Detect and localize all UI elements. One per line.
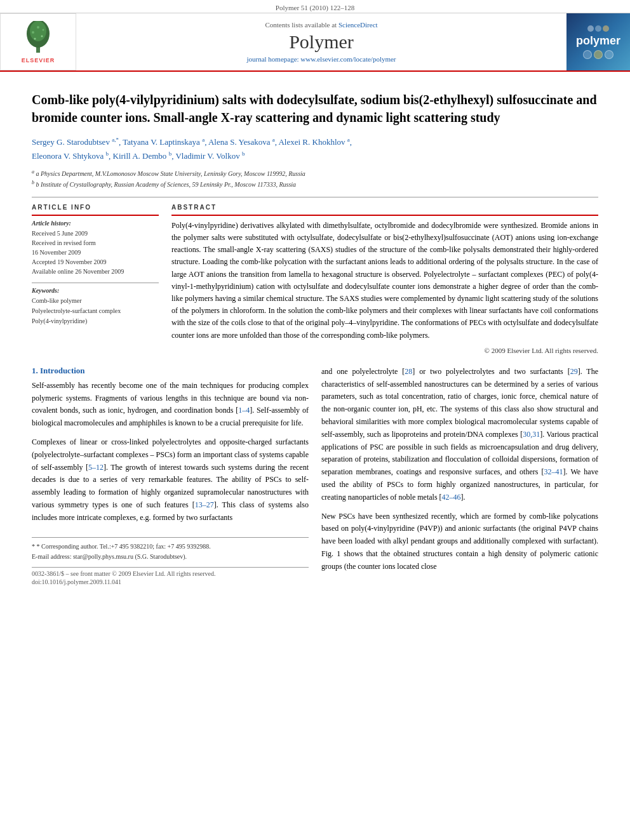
author-yesakova: Alena S. Yesakova a: [208, 137, 275, 147]
svg-point-6: [34, 37, 36, 39]
article-title: Comb-like poly(4-vilylpyridinium) salts …: [32, 91, 598, 126]
journal-citation: Polymer 51 (2010) 122–128: [276, 4, 354, 11]
authors-line: Sergey G. Starodubtsev a,*, Tatyana V. L…: [32, 135, 598, 163]
polymer-logo-text: polymer: [576, 34, 620, 48]
footer-footnotes: * * Corresponding author. Tel.:+7 495 93…: [32, 537, 309, 562]
ref-5-12[interactable]: 5–12: [88, 463, 104, 472]
journal-header: ELSEVIER Contents lists available at Sci…: [0, 13, 630, 72]
body-para-2: Complexes of linear or cross-linked poly…: [32, 436, 309, 524]
abstract-section: Poly(4-vinylpyridine) derivatives alkyla…: [171, 215, 598, 354]
body-two-col: 1. Introduction Self-assembly has recent…: [32, 366, 598, 585]
page-wrapper: Polymer 51 (2010) 122–128 ELSEVIER: [0, 0, 630, 840]
affiliation-a: a a Physics Department, M.V.Lomonosov Mo…: [32, 168, 598, 178]
body-para-1: Self-assembly has recently become one of…: [32, 380, 309, 430]
svg-point-3: [32, 31, 34, 34]
author-starodubtsev: Sergey G. Starodubtsev a,*: [32, 137, 119, 147]
received-revised: Received in revised form16 November 2009: [32, 238, 159, 257]
sciencedirect-link[interactable]: ScienceDirect: [338, 21, 378, 29]
journal-name: Polymer: [289, 31, 354, 53]
keywords-section: Keywords: Comb-like polymer Polyelectrol…: [32, 283, 159, 326]
keyword-3: Poly(4-vinylpyridine): [32, 316, 159, 326]
author-laptinskaya: Tatyana V. Laptinskaya a: [123, 137, 204, 147]
svg-point-7: [41, 35, 43, 37]
history-label: Article history:: [32, 220, 159, 227]
email-note: E-mail address: star@polly.phys.msu.ru (…: [32, 552, 309, 562]
doi-text: doi:10.1016/j.polymer.2009.11.041: [32, 578, 309, 585]
abstract-heading: ABSTRACT: [171, 204, 598, 211]
sciencedirect-bar: Contents lists available at ScienceDirec…: [265, 21, 377, 29]
body-left-col: 1. Introduction Self-assembly has recent…: [32, 366, 309, 585]
ref-30-31[interactable]: 30,31: [523, 430, 540, 439]
header-separator: [32, 197, 598, 197]
received-date: Received 5 June 2009: [32, 229, 159, 238]
article-info-heading: ARTICLE INFO: [32, 204, 159, 211]
affiliation-b: b b Institute of Crystallography, Russia…: [32, 179, 598, 189]
keyword-1: Comb-like polymer: [32, 296, 159, 306]
svg-point-2: [30, 21, 46, 41]
keyword-2: Polyelectrolyte-surfactant complex: [32, 306, 159, 316]
accepted-date: Accepted 19 November 2009: [32, 257, 159, 267]
body-para-3: and one polyelectrolyte [28] or two poly…: [321, 366, 598, 504]
issn-text: 0032-3861/$ – see front matter © 2009 El…: [32, 570, 215, 577]
body-para-4: New PSCs have been synthesized recently,…: [321, 510, 598, 573]
article-info-col: ARTICLE INFO Article history: Received 5…: [32, 204, 159, 354]
author-khokhlov: Alexei R. Khokhlov a: [278, 137, 349, 147]
svg-point-4: [43, 29, 44, 30]
journal-top-bar: Polymer 51 (2010) 122–128: [0, 0, 630, 13]
keywords-label: Keywords:: [32, 287, 159, 294]
contents-text: Contents lists available at: [265, 21, 337, 29]
available-date: Available online 26 November 2009: [32, 267, 159, 276]
section1-heading: 1. Introduction: [32, 366, 309, 376]
author-volkov: Vladimir V. Volkov b: [175, 151, 245, 161]
footer-bar: 0032-3861/$ – see front matter © 2009 El…: [32, 567, 309, 577]
info-abstract-section: ARTICLE INFO Article history: Received 5…: [32, 204, 598, 354]
ref-42-46[interactable]: 42–46: [442, 493, 461, 502]
copyright-text: © 2009 Elsevier Ltd. All rights reserved…: [171, 347, 598, 354]
elsevier-tree-icon: [19, 21, 57, 56]
svg-point-5: [37, 26, 39, 29]
polymer-logo-box: polymer: [566, 13, 630, 70]
ref-28[interactable]: 28: [405, 367, 412, 376]
affiliations: a a Physics Department, M.V.Lomonosov Mo…: [32, 168, 598, 189]
ref-29[interactable]: 29: [570, 367, 578, 376]
corresponding-author-note: * * Corresponding author. Tel.:+7 495 93…: [32, 542, 309, 552]
author-shtykova: Eleonora V. Shtykova b: [32, 151, 109, 161]
abstract-text: Poly(4-vinylpyridine) derivatives alkyla…: [171, 220, 598, 342]
ref-32-41[interactable]: 32–41: [544, 467, 563, 476]
body-right-col: and one polyelectrolyte [28] or two poly…: [321, 366, 598, 585]
journal-center-block: Contents lists available at ScienceDirec…: [76, 13, 566, 70]
body-content: 1. Introduction Self-assembly has recent…: [32, 366, 598, 585]
history-section: Article history: Received 5 June 2009 Re…: [32, 215, 159, 276]
elsevier-label: ELSEVIER: [22, 57, 55, 63]
ref-13-27[interactable]: 13–27: [195, 500, 214, 509]
author-dembo: Kirill A. Dembo b: [113, 151, 172, 161]
elsevier-logo-box: ELSEVIER: [0, 13, 76, 70]
ref-1-4[interactable]: 1–4: [238, 406, 250, 415]
journal-homepage: journal homepage: www.elsevier.com/locat…: [246, 55, 396, 63]
abstract-col: ABSTRACT Poly(4-vinylpyridine) derivativ…: [171, 204, 598, 354]
main-content: Comb-like poly(4-vilylpyridinium) salts …: [0, 72, 630, 598]
